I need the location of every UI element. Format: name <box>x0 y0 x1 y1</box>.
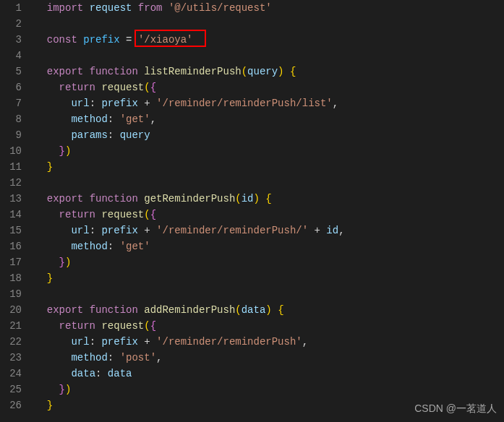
code-line: }) <box>35 254 504 270</box>
line-number: 1 <box>0 0 22 16</box>
code-line: }) <box>35 143 504 159</box>
code-line: return request({ <box>35 207 504 223</box>
code-line: export function listReminderPush(query) … <box>35 64 504 79</box>
string-literal: 'get' <box>120 241 150 252</box>
code-line: return request({ <box>35 318 504 334</box>
identifier: prefix <box>101 98 137 109</box>
line-number: 21 <box>0 318 22 334</box>
line-number: 5 <box>0 64 22 79</box>
param: data <box>242 304 266 316</box>
string-literal: '/reminder/reminderPush/' <box>156 225 308 236</box>
string-literal: '@/utils/request' <box>168 2 272 14</box>
line-number: 7 <box>0 95 22 111</box>
code-line <box>35 16 504 32</box>
code-line: url: prefix + '/reminder/reminderPush', <box>35 334 504 350</box>
line-number: 25 <box>0 382 22 397</box>
code-line: method: 'post', <box>35 350 504 366</box>
identifier: prefix <box>83 34 119 46</box>
line-number: 9 <box>0 127 22 143</box>
watermark-text: CSDN @一茗道人 <box>414 400 497 416</box>
function-call: request <box>101 320 144 332</box>
code-line: export function addReminderPush(data) { <box>35 302 504 318</box>
keyword-function: function <box>90 193 138 204</box>
line-number: 23 <box>0 350 22 366</box>
identifier: data <box>108 368 132 379</box>
line-number: 14 <box>0 207 22 223</box>
code-line: method: 'get', <box>35 111 504 127</box>
line-number: 24 <box>0 366 22 382</box>
function-call: request <box>101 82 144 93</box>
code-line: params: query <box>35 127 504 143</box>
line-number-gutter: 1234567891011121314151617181920212223242… <box>0 0 32 413</box>
line-number: 6 <box>0 79 22 95</box>
operator: + <box>138 336 156 348</box>
line-number: 17 <box>0 254 22 270</box>
keyword-export: export <box>47 66 83 77</box>
code-line: } <box>35 270 504 286</box>
property: method <box>71 241 107 252</box>
operator: = <box>120 34 138 46</box>
code-editor[interactable]: 1234567891011121314151617181920212223242… <box>0 0 504 413</box>
identifier: request <box>90 2 132 14</box>
line-number: 22 <box>0 334 22 350</box>
string-literal: 'post' <box>120 352 156 363</box>
property: url <box>71 98 89 109</box>
keyword-return: return <box>59 320 95 332</box>
line-number: 12 <box>0 175 22 191</box>
function-name: getReminderPush <box>144 193 235 204</box>
code-line: url: prefix + '/reminder/reminderPush/' … <box>35 223 504 238</box>
code-line: } <box>35 159 504 175</box>
code-line: const prefix = '/xiaoya' <box>35 32 504 48</box>
line-number: 20 <box>0 302 22 318</box>
function-name: addReminderPush <box>144 304 235 316</box>
keyword-function: function <box>90 304 138 316</box>
property: url <box>71 336 89 348</box>
code-line <box>35 175 504 191</box>
line-number: 13 <box>0 191 22 207</box>
code-line: data: data <box>35 366 504 382</box>
line-number: 26 <box>0 397 22 413</box>
string-literal: '/xiaoya' <box>138 34 193 46</box>
line-number: 2 <box>0 16 22 32</box>
keyword-from: from <box>138 2 163 14</box>
function-name: listReminderPush <box>144 66 241 77</box>
code-area[interactable]: import request from '@/utils/request' co… <box>32 0 504 413</box>
line-number: 11 <box>0 159 22 175</box>
keyword-function: function <box>90 66 138 77</box>
keyword-const: const <box>47 34 77 46</box>
line-number: 3 <box>0 32 22 48</box>
keyword-return: return <box>59 209 95 220</box>
property: url <box>71 225 89 236</box>
param: query <box>247 66 278 77</box>
param: id <box>242 193 254 204</box>
property: method <box>71 352 107 363</box>
code-line: url: prefix + '/reminder/reminderPush/li… <box>35 95 504 111</box>
keyword-import: import <box>47 2 83 14</box>
line-number: 19 <box>0 286 22 302</box>
code-line: import request from '@/utils/request' <box>35 0 504 16</box>
identifier: prefix <box>101 225 137 236</box>
operator: + <box>138 98 156 109</box>
operator: + <box>308 225 326 236</box>
keyword-export: export <box>47 193 83 204</box>
identifier: prefix <box>101 336 137 348</box>
code-line <box>35 286 504 302</box>
identifier: query <box>120 129 150 141</box>
line-number: 4 <box>0 48 22 64</box>
string-literal: 'get' <box>120 113 150 125</box>
string-literal: '/reminder/reminderPush' <box>156 336 302 348</box>
line-number: 10 <box>0 143 22 159</box>
code-line: return request({ <box>35 79 504 95</box>
property: method <box>71 113 107 125</box>
code-line <box>35 48 504 64</box>
line-number: 16 <box>0 238 22 254</box>
operator: + <box>138 225 156 236</box>
identifier: id <box>326 225 338 236</box>
line-number: 15 <box>0 223 22 238</box>
code-line: method: 'get' <box>35 238 504 254</box>
property: data <box>71 368 95 379</box>
code-line: export function getReminderPush(id) { <box>35 191 504 207</box>
function-call: request <box>101 209 144 220</box>
string-literal: '/reminder/reminderPush/list' <box>156 98 333 109</box>
property: params <box>71 129 107 141</box>
